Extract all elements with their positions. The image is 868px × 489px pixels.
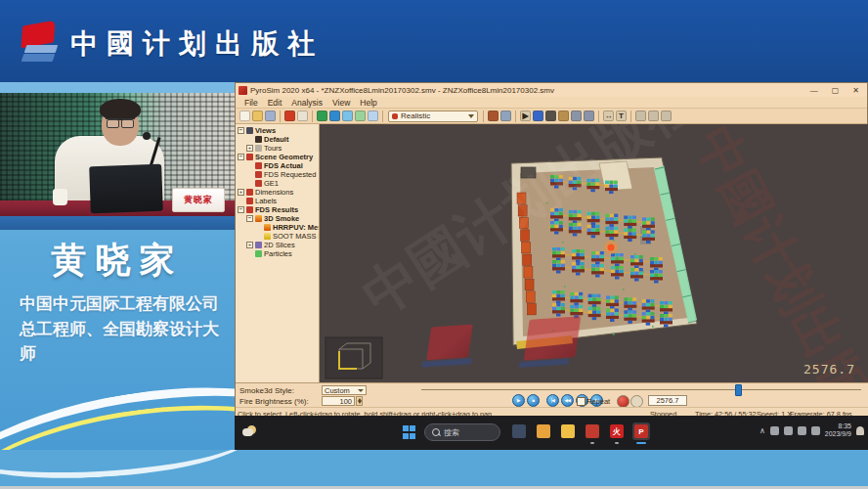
render-mode-icon (392, 113, 398, 119)
walk-icon[interactable] (545, 111, 556, 121)
clock-icon[interactable] (297, 111, 308, 121)
pyrosim-icon[interactable]: P (632, 422, 650, 440)
save-icon[interactable] (265, 111, 276, 121)
time-field[interactable]: 2576.7 (648, 395, 687, 406)
tree-expander-icon[interactable]: − (238, 154, 244, 160)
orbit-icon[interactable] (533, 111, 543, 121)
tree-item-label: Tours (264, 144, 282, 153)
fire-brightness-label: Fire Brightness (%): (239, 397, 309, 406)
stop-button[interactable]: ■ (527, 394, 540, 407)
tree-item-fds-requested[interactable]: FDS Requested (236, 170, 319, 179)
play-button[interactable]: ▶ (512, 394, 525, 407)
tree-item-hrrpuv-mesh-1[interactable]: HRRPUV: Mesh 1 (236, 223, 319, 232)
decorative-curve (0, 450, 256, 485)
clock-time: 8:35 (825, 422, 851, 430)
tree-item-particles[interactable]: Particles (236, 249, 319, 258)
search-app-icon[interactable] (535, 422, 552, 440)
fire-brightness-input[interactable]: 100 (322, 396, 355, 406)
timeline-track[interactable] (421, 389, 861, 390)
show-group-icon[interactable] (329, 111, 340, 121)
close-button[interactable]: ✕ (852, 86, 859, 95)
tree-item-soot-mass-fract[interactable]: SOOT MASS FRACT (236, 232, 319, 241)
huorong-icon[interactable]: 火 (608, 422, 626, 440)
search-input[interactable]: 搜索 (424, 423, 500, 441)
documents-icon[interactable] (510, 422, 528, 440)
grid-icon[interactable] (661, 111, 672, 121)
tree-expander-icon[interactable]: + (238, 189, 244, 196)
start-button[interactable] (403, 425, 416, 439)
pdf-app-icon[interactable] (584, 422, 601, 440)
tree-expander-icon[interactable]: − (238, 127, 244, 134)
tree-item-label: 3D Smoke (264, 214, 299, 223)
maximize-button[interactable]: ▢ (832, 86, 840, 95)
camera-icon (255, 136, 262, 143)
taskbar-clock[interactable]: 8:35 2023/9/9 (825, 422, 851, 438)
tree-item-3d-smoke[interactable]: −3D Smoke (236, 214, 319, 223)
pan-icon[interactable] (558, 111, 569, 121)
tree-item-tours[interactable]: +Tours (236, 144, 319, 153)
menu-item-edit[interactable]: Edit (263, 98, 287, 108)
menu-item-analysis[interactable]: Analysis (286, 98, 327, 108)
gear-icon[interactable] (500, 111, 511, 121)
tree-item-label: HRRPUV: Mesh 1 (273, 223, 320, 232)
move-icon[interactable] (648, 111, 659, 121)
watermark-logo (524, 316, 582, 361)
speaker-panel: 黄晓家 黄晓家 中国中元国际工程有限公司总工程师、全国勘察设计大师 (0, 82, 235, 450)
explorer-icon[interactable] (559, 422, 577, 440)
minimize-button[interactable]: — (810, 86, 818, 95)
text-icon[interactable]: T (616, 111, 627, 121)
battery-icon[interactable] (811, 426, 820, 435)
ime-icon[interactable] (770, 426, 779, 435)
tray-expand-icon[interactable]: ∧ (760, 426, 765, 435)
timeline-handle[interactable] (735, 384, 742, 396)
snapshot-icon[interactable] (488, 111, 499, 121)
tree-item-views[interactable]: −Views (236, 126, 319, 135)
weather-icon[interactable] (242, 425, 258, 437)
volume-icon[interactable] (798, 426, 806, 435)
new-file-icon[interactable] (239, 111, 250, 121)
step-back-button[interactable]: ◀◀ (561, 394, 574, 407)
notification-icon[interactable] (856, 426, 864, 435)
tree-expander-icon[interactable]: + (246, 145, 253, 152)
tree-item-default[interactable]: Default (236, 135, 319, 144)
measure-icon[interactable]: ↔ (603, 111, 614, 121)
skip-start-button[interactable]: |◀ (546, 394, 559, 407)
name-card: 黄晓家 (172, 188, 225, 212)
tree-item-scene-geometry[interactable]: −Scene Geometry (236, 153, 319, 161)
tree-item-dimensions[interactable]: +Dimensions (236, 188, 319, 197)
tree-expander-icon[interactable]: − (238, 206, 244, 213)
titlebar[interactable]: PyroSim 2020 x64 - *ZNZXoffice8Lmin20170… (236, 83, 867, 97)
open-folder-icon[interactable] (252, 111, 263, 121)
network-icon[interactable] (784, 426, 793, 435)
menu-item-file[interactable]: File (239, 98, 263, 108)
filter-icon[interactable] (368, 111, 378, 121)
zoom-icon[interactable] (571, 111, 582, 121)
smoke3d-style-select[interactable]: Custom (322, 385, 367, 395)
tree-item-label: Particles (264, 249, 292, 258)
tree-item-fds-results[interactable]: −FDS Results (236, 205, 319, 214)
copy-visibility-icon[interactable] (342, 111, 353, 121)
tree-item-ge1[interactable]: GE1 (236, 179, 319, 188)
menu-item-view[interactable]: View (327, 98, 355, 108)
select-cursor-icon[interactable]: ▶ (520, 111, 531, 121)
viewport-3d[interactable]: 中國计划出版社 中國计划出版社 2576.7 (320, 124, 868, 382)
bottom-strip (0, 450, 868, 486)
tree-item-2d-slices[interactable]: +2D Slices (236, 241, 319, 249)
clip-icon[interactable] (635, 111, 646, 121)
repeat-checkbox[interactable] (577, 397, 586, 406)
menu-item-help[interactable]: Help (355, 98, 381, 108)
tree-item-fds-actual[interactable]: FDS Actual (236, 161, 319, 170)
render-mode-dropdown[interactable]: Realistic (388, 111, 478, 122)
tree-expander-icon[interactable]: + (246, 242, 253, 248)
soot-icon (264, 233, 271, 240)
paste-visibility-icon[interactable] (355, 111, 366, 121)
fire-brightness-stepper[interactable] (356, 396, 363, 406)
show-object-icon[interactable] (317, 111, 327, 121)
zoom-window-icon[interactable] (584, 111, 594, 121)
record-movie-icon[interactable] (284, 111, 295, 121)
toolbar-separator (598, 111, 599, 122)
tree-item-labels[interactable]: Labels (236, 197, 319, 205)
tree-expander-icon[interactable]: − (246, 215, 253, 222)
smoke-icon (255, 215, 262, 222)
tree-item-label: Dimensions (255, 188, 293, 197)
